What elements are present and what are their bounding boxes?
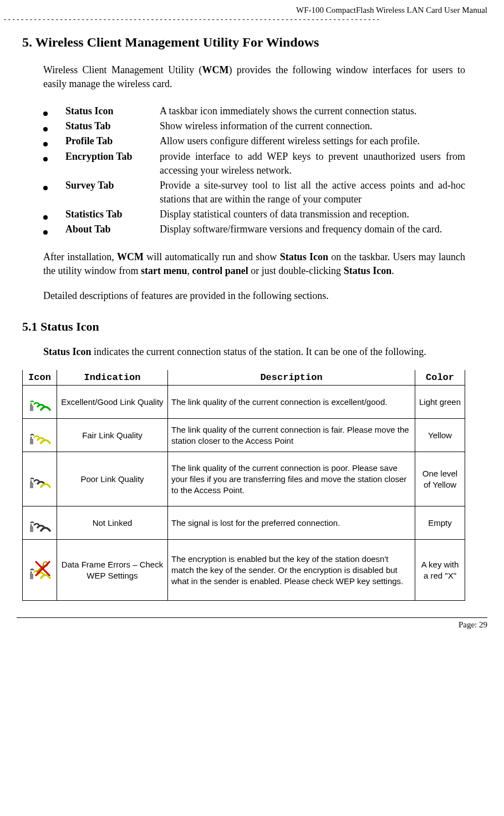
td-color: Yellow	[415, 419, 465, 452]
td-description: The link quality of the current connecti…	[168, 452, 415, 506]
feature-label: Survey Tab	[65, 179, 160, 192]
bullet-icon	[43, 186, 48, 190]
feature-label: Statistics Tab	[65, 207, 160, 221]
svg-rect-1	[30, 403, 32, 406]
status-icon-table: Icon Indication Description Color	[22, 370, 465, 601]
signal-excellent-icon	[29, 391, 51, 413]
td-color: A key with a red "X"	[415, 540, 465, 601]
signal-not-linked-icon	[29, 512, 51, 534]
bullet-icon	[43, 111, 48, 116]
feature-desc: Allow users configure different wireless…	[160, 134, 465, 148]
feature-desc: Display statistical counters of data tra…	[160, 207, 465, 221]
signal-poor-icon	[29, 468, 51, 490]
feature-desc: Show wireless information of the current…	[160, 119, 465, 133]
th-indication: Indication	[57, 370, 168, 386]
svg-rect-3	[30, 437, 32, 439]
table-header-row: Icon Indication Description Color	[23, 370, 465, 386]
feature-desc: provide interface to add WEP keys to pre…	[160, 150, 465, 178]
section-number: 5.	[22, 35, 32, 49]
intro-paragraph: Wireless Client Management Utility (WCM)…	[22, 63, 465, 91]
feature-label: Encryption Tab	[65, 150, 160, 164]
td-indication: Poor Link Quality	[57, 452, 168, 506]
signal-wep-error-icon	[29, 559, 51, 581]
page-content: 5. Wireless Client Management Utility Fo…	[0, 24, 504, 607]
feature-row: Encryption Tab provide interface to add …	[43, 150, 465, 178]
td-indication: Not Linked	[57, 506, 168, 540]
feature-label: Profile Tab	[65, 134, 160, 148]
th-icon: Icon	[23, 370, 57, 386]
table-row: Excellent/Good Link Quality The link qua…	[23, 386, 465, 419]
td-color: Light green	[415, 386, 465, 419]
td-color: Empty	[415, 506, 465, 540]
feature-label: About Tab	[65, 222, 160, 236]
table-row: Poor Link Quality The link quality of th…	[23, 452, 465, 506]
feature-desc: A taskbar icon immediately shows the cur…	[160, 104, 465, 118]
feature-label: Status Tab	[65, 119, 160, 133]
feature-row: Survey Tab Provide a site-survey tool to…	[43, 179, 465, 206]
td-description: The signal is lost for the preferred con…	[168, 506, 415, 540]
td-description: The link quality of the current connecti…	[168, 386, 415, 419]
bullet-icon	[43, 157, 48, 161]
detailed-desc-para: Detailed descriptions of features are pr…	[22, 289, 465, 303]
td-icon	[23, 452, 57, 506]
status-icon-para: Status Icon indicates the current connec…	[22, 345, 465, 359]
td-indication: Excellent/Good Link Quality	[57, 386, 168, 419]
td-icon	[23, 506, 57, 540]
page-number: Page: 29	[0, 618, 504, 641]
td-icon	[23, 386, 57, 419]
subsection-heading: 5.1 Status Icon	[22, 320, 465, 334]
dash-line: ----------------------------------------…	[0, 15, 504, 24]
bullet-icon	[43, 215, 48, 220]
th-color: Color	[415, 370, 465, 386]
td-icon	[23, 419, 57, 452]
bullet-icon	[43, 230, 48, 235]
feature-desc: Display software/firmware versions and f…	[160, 222, 465, 236]
svg-rect-7	[30, 524, 32, 527]
feature-desc: Provide a site-survey tool to list all t…	[160, 179, 465, 206]
feature-row: Status Icon A taskbar icon immediately s…	[43, 104, 465, 118]
table-row: Data Frame Errors – Check WEP Settings T…	[23, 540, 465, 601]
svg-rect-0	[30, 406, 33, 411]
bullet-icon	[43, 142, 48, 146]
table-row: Not Linked The signal is lost for the pr…	[23, 506, 465, 540]
signal-fair-icon	[29, 424, 51, 447]
wcm-abbr: WCM	[202, 64, 229, 75]
feature-row: Statistics Tab Display statistical count…	[43, 207, 465, 221]
th-description: Description	[168, 370, 415, 386]
svg-rect-9	[30, 574, 33, 579]
feature-row: Status Tab Show wireless information of …	[43, 119, 465, 133]
td-description: The encryption is enabled but the key of…	[168, 540, 415, 601]
td-indication: Fair Link Quality	[57, 419, 168, 452]
svg-rect-4	[30, 483, 33, 488]
svg-rect-10	[30, 571, 32, 574]
td-color: One level of Yellow	[415, 452, 465, 506]
after-install-para: After installation, WCM will automatical…	[22, 250, 465, 278]
feature-row: Profile Tab Allow users configure differ…	[43, 134, 465, 148]
feature-list: Status Icon A taskbar icon immediately s…	[22, 104, 465, 237]
svg-rect-6	[30, 526, 33, 532]
doc-title: WF-100 CompactFlash Wireless LAN Card Us…	[296, 6, 487, 14]
subsection-number: 5.1	[22, 320, 38, 333]
section-title: Wireless Client Management Utility For W…	[35, 35, 319, 49]
feature-row: About Tab Display software/firmware vers…	[43, 222, 465, 236]
svg-rect-2	[30, 439, 33, 444]
table-row: Fair Link Quality The link quality of th…	[23, 419, 465, 452]
td-icon	[23, 540, 57, 601]
td-description: The link quality of the current connecti…	[168, 419, 415, 452]
feature-label: Status Icon	[65, 104, 160, 118]
bullet-icon	[43, 127, 48, 131]
td-indication: Data Frame Errors – Check WEP Settings	[57, 540, 168, 601]
subsection-title: Status Icon	[40, 320, 99, 333]
svg-rect-5	[30, 480, 32, 483]
doc-header: WF-100 CompactFlash Wireless LAN Card Us…	[0, 0, 504, 15]
section-heading: 5. Wireless Client Management Utility Fo…	[22, 35, 465, 50]
